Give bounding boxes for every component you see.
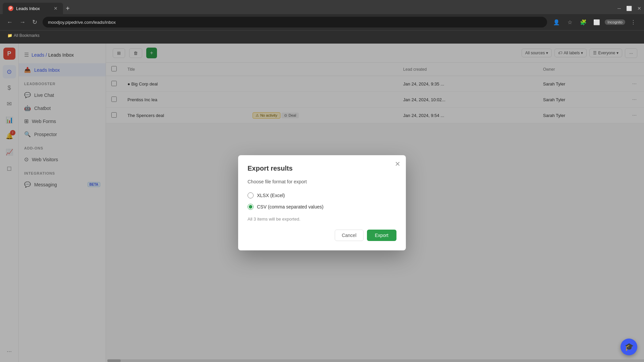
modal-actions: Cancel Export [248,230,396,241]
incognito-badge: Incognito [605,19,625,25]
menu-icon[interactable]: ⋮ [628,17,639,27]
csv-option[interactable]: CSV (comma separated values) [248,201,396,213]
modal-subtitle: Choose file format for export [248,179,396,184]
refresh-btn[interactable]: ↻ [31,17,39,27]
tab-title: Leads Inbox [16,6,40,11]
tab-close-btn[interactable]: ✕ [54,6,58,11]
tab-bar: P Leads Inbox ✕ + ─ ⬜ ✕ [0,0,644,14]
new-tab-button[interactable]: + [63,3,72,14]
sidebar-icon[interactable]: ⬜ [591,17,602,27]
back-btn[interactable]: ← [5,17,14,27]
export-modal: Export results ✕ Choose file format for … [238,155,406,250]
profile-icon[interactable]: 👤 [551,17,562,27]
maximize-btn[interactable]: ⬜ [626,6,632,11]
star-icon[interactable]: ☆ [565,17,575,27]
chat-bubble-btn[interactable]: 🎓 [621,339,637,355]
modal-title: Export results [248,165,396,172]
tab-favicon: P [8,6,13,11]
csv-radio[interactable] [248,204,254,210]
minimize-btn[interactable]: ─ [618,6,621,11]
modal-overlay: Export results ✕ Choose file format for … [0,44,644,362]
cancel-button[interactable]: Cancel [335,230,364,241]
address-bar[interactable] [43,17,547,27]
browser-chrome: P Leads Inbox ✕ + ─ ⬜ ✕ ← → ↻ 👤 ☆ 🧩 ⬜ In… [0,0,644,44]
bookmarks-bar: 📁 All Bookmarks [0,30,644,40]
extension-icon[interactable]: 🧩 [578,17,589,27]
bookmarks-label: All Bookmarks [14,33,40,38]
chat-bubble-icon: 🎓 [625,343,634,351]
modal-close-btn[interactable]: ✕ [395,161,400,167]
bookmarks-folder[interactable]: 📁 All Bookmarks [5,33,42,39]
xlsx-label: XLSX (Excel) [257,193,285,198]
xlsx-radio[interactable] [248,192,254,198]
forward-btn[interactable]: → [18,17,27,27]
app-container: P ⊙ $ ✉ 📊 🔔 7 📈 ◻ ··· ☰ [0,44,644,362]
export-note: All 3 items will be exported. [248,217,396,222]
active-tab[interactable]: P Leads Inbox ✕ [3,3,63,14]
close-btn[interactable]: ✕ [637,6,641,11]
top-nav-right: 👤 ☆ 🧩 ⬜ Incognito ⋮ [551,17,639,27]
xlsx-option[interactable]: XLSX (Excel) [248,190,396,201]
bookmarks-folder-icon: 📁 [7,33,12,38]
export-button[interactable]: Export [367,230,396,241]
nav-bar: ← → ↻ 👤 ☆ 🧩 ⬜ Incognito ⋮ [0,14,644,30]
csv-label: CSV (comma separated values) [257,204,323,209]
